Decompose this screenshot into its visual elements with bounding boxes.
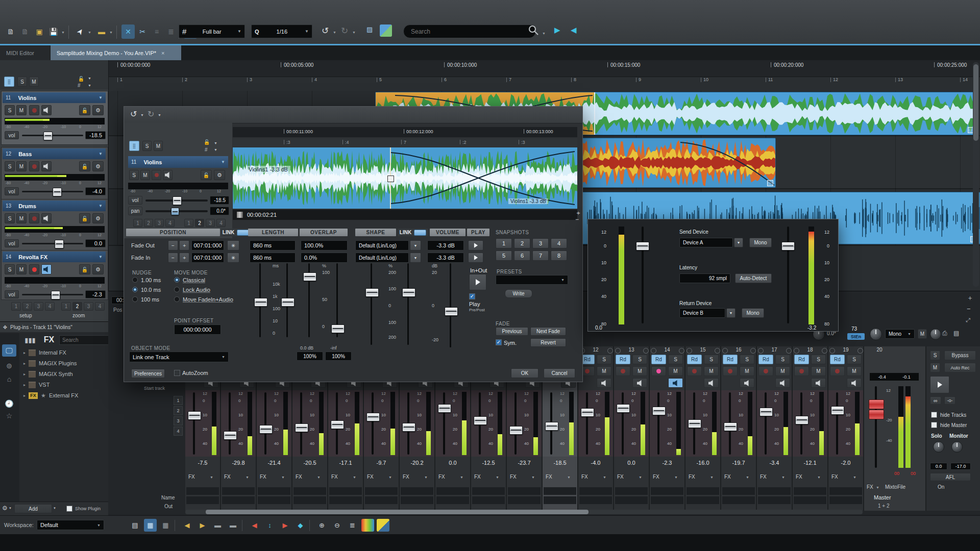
editor-setup-button-3[interactable]: 3 — [155, 219, 164, 227]
afl-button[interactable]: AFL — [930, 473, 971, 481]
editor-track-header[interactable]: 11 Violins ▼ — [128, 156, 228, 168]
vol-handle[interactable] — [51, 291, 60, 299]
chevron-down-icon[interactable]: ▼ — [99, 152, 103, 156]
name-cell[interactable] — [615, 487, 648, 495]
fx-dropdown-icon[interactable]: ▼ — [317, 475, 321, 479]
snapshot-button-5[interactable]: 5 — [496, 251, 512, 261]
open-project-icon[interactable]: 🗎 — [18, 24, 32, 39]
chevron-down-icon[interactable]: ▼ — [140, 113, 144, 117]
fade-handle-square[interactable] — [387, 176, 394, 182]
printer-icon[interactable]: ⎙ — [942, 330, 947, 337]
factory-presets-icon[interactable]: ⌂ — [2, 373, 16, 385]
editor-vol-button[interactable]: vol — [128, 196, 142, 205]
export-icon[interactable]: ▣ — [33, 24, 46, 39]
track-header-revolta-fx[interactable]: 14Revolta FX▼SM🔓⚙-60-40-20-10012vol-2.3 — [1, 250, 108, 300]
monitor-speaker-button[interactable] — [41, 264, 52, 274]
editor-grid-toggle[interactable]: ⣿ — [129, 141, 139, 151]
mixer-strip-ch19[interactable]: 19RdSM120102040-2.0FX▼ — [828, 346, 864, 511]
name-cell[interactable] — [687, 487, 719, 495]
master-mute-button[interactable]: M — [930, 363, 940, 372]
fade-out-length[interactable]: 860 ms — [250, 240, 296, 251]
fader-handle[interactable] — [652, 407, 666, 415]
editor-zoom-button-2[interactable]: 2 — [195, 219, 204, 227]
fx-label[interactable]: FX — [831, 474, 838, 480]
plugin-tree-item[interactable]: ▸MAGIX Plugins — [23, 358, 105, 368]
name-cell[interactable] — [472, 487, 505, 495]
zoom-button-4[interactable]: 4 — [95, 302, 105, 311]
out-cell[interactable] — [579, 496, 612, 504]
solo-all-button[interactable]: S — [17, 77, 27, 87]
solo-button[interactable]: S — [704, 355, 719, 364]
next-fade-button[interactable]: Next Fade — [530, 327, 566, 336]
track-grid-toggle[interactable]: ⣿ — [4, 77, 14, 87]
name-cell[interactable] — [579, 487, 612, 495]
previous-fade-button[interactable]: Previous — [496, 327, 528, 336]
fx-label[interactable]: FX — [188, 474, 195, 480]
write-button[interactable]: Write — [505, 289, 532, 298]
fade-out-asterisk[interactable]: ✳ — [227, 240, 239, 251]
name-cell[interactable] — [794, 487, 826, 495]
fit-diamond-icon[interactable]: ◆ — [294, 519, 307, 532]
solo-button[interactable]: S — [5, 213, 15, 223]
fx-dropdown-icon[interactable]: ▼ — [246, 475, 249, 479]
ok-button[interactable]: OK — [511, 368, 538, 378]
fader-handle[interactable] — [366, 413, 380, 421]
editor-slider-handle[interactable] — [331, 324, 345, 333]
editor-mute-button[interactable]: M — [140, 170, 150, 180]
tab-project[interactable]: Samplitude Mixing Demo - You Are.VIP* × — [51, 45, 181, 60]
lock-icon[interactable]: 🔓 — [79, 264, 90, 274]
lock-icon[interactable]: 🔓 — [204, 139, 210, 145]
midi-editor-icon[interactable]: ▤ — [129, 519, 141, 532]
gear-icon[interactable]: ⚙ — [92, 213, 104, 223]
out-cell[interactable] — [258, 496, 290, 504]
solo-button[interactable]: S — [5, 264, 15, 274]
name-cell[interactable] — [544, 487, 576, 495]
zoom-out-rail-icon[interactable]: − — [967, 305, 971, 313]
preferences-button[interactable]: Preferences — [131, 369, 165, 378]
revert-button[interactable]: Revert — [530, 338, 566, 347]
grid-small-icon[interactable]: # — [78, 83, 81, 88]
object-tool-icon[interactable]: ▬ — [95, 24, 108, 39]
gear-icon[interactable]: ⚙ — [92, 105, 104, 115]
editor-slider-handle[interactable] — [281, 298, 295, 307]
out-cell[interactable] — [651, 496, 683, 504]
name-cell[interactable] — [186, 487, 219, 495]
chevron-down-icon[interactable]: ▼ — [221, 160, 225, 164]
snapshot-button-2[interactable]: 2 — [514, 238, 530, 248]
chevron-down-icon[interactable]: ▼ — [214, 141, 217, 145]
editor-wave-ruler[interactable]: 00:00:11:00000:00:12:00000:00:13:000 — [233, 127, 577, 137]
fade-out-volume[interactable]: -3.3 dB — [427, 240, 464, 251]
mute-button[interactable]: M — [740, 366, 754, 376]
snapshot-button-3[interactable]: 3 — [532, 238, 549, 248]
editor-setup-button-4[interactable]: 4 — [165, 219, 175, 227]
vol-button[interactable]: vol — [5, 239, 19, 247]
hide-tracks-checkbox[interactable] — [931, 412, 937, 418]
master-fader-handle[interactable] — [869, 399, 884, 409]
chevron-down-icon[interactable]: ▼ — [88, 31, 91, 34]
monitor-knob[interactable] — [951, 441, 963, 453]
out-cell[interactable] — [186, 496, 219, 504]
fx-dropdown-icon[interactable]: ▼ — [567, 475, 571, 479]
lock-icon[interactable]: 🔓 — [79, 161, 90, 171]
snapshot-button-6[interactable]: 6 — [514, 251, 530, 261]
fader-handle[interactable] — [688, 419, 701, 428]
plugin-search-input[interactable] — [59, 335, 110, 345]
record-button[interactable] — [758, 366, 773, 376]
out-cell[interactable] — [436, 496, 469, 504]
master-solo-button[interactable]: S — [930, 350, 940, 360]
record-ready-button[interactable]: Rd — [687, 355, 702, 364]
clock-knob[interactable] — [870, 328, 882, 340]
start-track-row[interactable]: 4 — [174, 427, 183, 436]
fx-dropdown-icon[interactable]: ▼ — [281, 475, 285, 479]
chevron-down-icon[interactable]: ▼ — [352, 31, 356, 34]
fx-label[interactable]: FX — [260, 474, 266, 480]
record-button[interactable] — [29, 213, 39, 223]
editor-slider-handle[interactable] — [254, 298, 267, 307]
presets-dropdown[interactable]: ▼ — [496, 275, 568, 285]
lock-icon[interactable]: 🔓 — [79, 213, 90, 223]
monitor-speaker-button[interactable] — [632, 378, 647, 388]
hide-master-checkbox[interactable] — [931, 422, 937, 428]
track-header-violins[interactable]: 11Violins▼SM🔓⚙-60-40-20-10012vol-18.5 — [1, 91, 108, 145]
notes-icon[interactable]: ▤ — [953, 330, 959, 337]
send-device-dropdown-arrow[interactable]: ▼ — [734, 238, 743, 247]
